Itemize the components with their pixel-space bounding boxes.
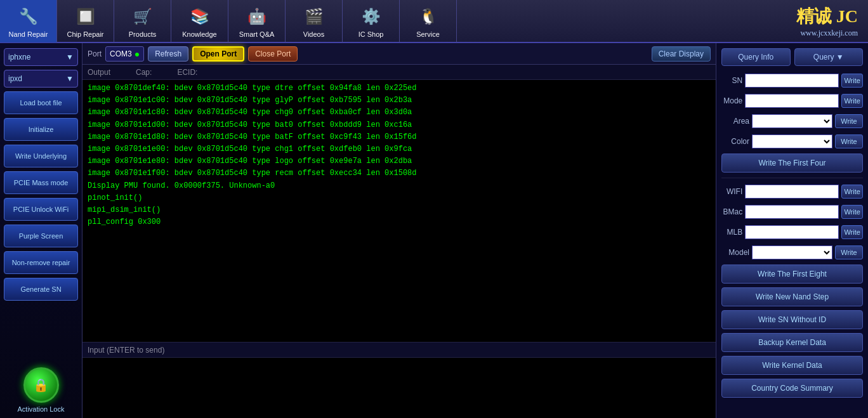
brand-cn: 精诚 JC: [796, 4, 858, 29]
write-first-four-button[interactable]: Write The First Four: [721, 153, 863, 173]
smart-qa-icon: 🤖: [244, 4, 270, 29]
output-line: image 0x8701e1c00: bdev 0x8701d5c40 type…: [88, 95, 711, 107]
videos-icon: 🎬: [301, 4, 327, 29]
service-icon: 🐧: [416, 4, 441, 29]
input-container: Input (ENTER to send): [82, 342, 716, 418]
nav-item-ic-shop[interactable]: ⚙️ IC Shop: [343, 0, 400, 42]
ecid-label: ECID:: [177, 68, 197, 77]
output-line: image 0x8701e1d00: bdev 0x8701d5c40 type…: [88, 119, 711, 131]
sidebar-btn-generate-sn[interactable]: Generate SN: [4, 278, 78, 301]
sidebar-btn-load-boot[interactable]: Load boot file: [4, 91, 78, 114]
color-select[interactable]: [752, 134, 832, 148]
sidebar-btn-pcie-mass[interactable]: PCIE Mass mode: [4, 171, 78, 194]
mlb-row: MLB Write: [721, 224, 863, 240]
output-line: image 0x8701e1f00: bdev 0x8701d5c40 type…: [88, 167, 711, 180]
model-write-button[interactable]: Write: [835, 245, 863, 259]
output-header: Output Cap: ECID:: [82, 65, 716, 80]
knowledge-icon: 📚: [187, 4, 213, 29]
activation-lock-label: Activation Lock: [18, 405, 65, 413]
main-layout: iphxne ▼ ipxd ▼ Load boot fileInitialize…: [0, 43, 868, 418]
mode-input[interactable]: [745, 94, 839, 108]
sidebar-btn-write-underlying[interactable]: Write Underlying: [4, 145, 78, 167]
output-container: Output Cap: ECID: image 0x8701def40: bde…: [82, 65, 716, 342]
write-new-nand-button[interactable]: Write New Nand Step: [721, 287, 863, 306]
open-port-button[interactable]: Open Port: [192, 46, 244, 62]
sn-write-button[interactable]: Write: [841, 74, 863, 88]
sidebar-btn-initialize[interactable]: Initialize: [4, 118, 78, 141]
nav-item-nand-repair[interactable]: 🔧 Nand Repair: [0, 0, 57, 42]
port-select[interactable]: COM3 ●: [105, 46, 144, 62]
input-header: Input (ENTER to send): [82, 343, 716, 358]
area-label: Area: [721, 117, 749, 126]
bmac-write-button[interactable]: Write: [841, 205, 863, 219]
divider-1: [721, 178, 863, 178]
output-terminal[interactable]: image 0x8701def40: bdev 0x8701d5c40 type…: [82, 80, 716, 342]
output-line: image 0x8701def40: bdev 0x8701d5c40 type…: [88, 82, 711, 95]
port-indicator: ●: [135, 49, 140, 59]
products-label: Products: [129, 30, 156, 38]
chip-repair-icon: 🔲: [73, 4, 98, 29]
color-write-button[interactable]: Write: [835, 134, 863, 148]
brand-url: www.jcxxkeji.com: [800, 29, 858, 38]
close-port-button[interactable]: Close Port: [248, 46, 298, 62]
nav-item-products[interactable]: 🛒 Products: [114, 0, 171, 42]
bmac-label: BMac: [721, 207, 742, 216]
write-sn-without-id-button[interactable]: Write SN Without ID: [721, 310, 863, 329]
output-line: image 0x8701e1e80: bdev 0x8701d5c40 type…: [88, 155, 711, 167]
device-dropdown-1[interactable]: iphxne ▼: [4, 48, 78, 66]
knowledge-label: Knowledge: [182, 30, 216, 38]
chip-repair-label: Chip Repair: [67, 30, 103, 38]
mlb-input[interactable]: [745, 225, 839, 239]
output-line: image 0x8701e1e00: bdev 0x8701d5c40 type…: [88, 143, 711, 155]
port-label: Port: [88, 49, 102, 58]
sidebar-btn-purple-screen[interactable]: Purple Screen: [4, 225, 78, 247]
output-label: Output: [88, 68, 110, 77]
query-info-button[interactable]: Query Info: [721, 48, 791, 66]
nav-item-knowledge[interactable]: 📚 Knowledge: [171, 0, 228, 42]
port-value: COM3: [110, 49, 132, 58]
clear-display-button[interactable]: Clear Display: [652, 46, 711, 62]
products-icon: 🛒: [130, 4, 155, 29]
nav-item-chip-repair[interactable]: 🔲 Chip Repair: [57, 0, 114, 42]
write-kernel-button[interactable]: Write Kernel Data: [721, 356, 863, 375]
ic-shop-icon: ⚙️: [358, 4, 384, 29]
model-select[interactable]: [752, 245, 832, 259]
cap-label: Cap:: [136, 68, 152, 77]
color-label: Color: [721, 137, 749, 146]
model-label: Model: [721, 248, 749, 257]
videos-label: Videos: [303, 30, 324, 38]
nav-item-smart-qa[interactable]: 🤖 Smart Q&A: [228, 0, 286, 42]
device-dropdown-2[interactable]: ipxd ▼: [4, 70, 78, 88]
device-dropdown-1-value: iphxne: [8, 53, 30, 62]
model-row: Model Write: [721, 244, 863, 261]
input-label: Input (ENTER to send): [88, 346, 164, 355]
toolbar: Port COM3 ● Refresh Open Port Close Port…: [82, 43, 716, 65]
backup-kernel-button[interactable]: Backup Kernel Data: [721, 333, 863, 352]
bmac-input[interactable]: [745, 205, 839, 219]
mode-label: Mode: [721, 96, 742, 105]
area-write-button[interactable]: Write: [835, 114, 863, 128]
output-line: Display PMU found. 0x0000f375. Unknown-a…: [88, 180, 711, 192]
country-code-button[interactable]: Country Code Summary: [721, 379, 863, 398]
query-button[interactable]: Query ▼: [794, 48, 864, 66]
device-dropdown-2-value: ipxd: [8, 74, 22, 83]
wifi-write-button[interactable]: Write: [841, 185, 863, 199]
write-first-eight-button[interactable]: Write The First Eight: [721, 265, 863, 284]
nav-item-videos[interactable]: 🎬 Videos: [286, 0, 343, 42]
mlb-write-button[interactable]: Write: [841, 225, 863, 239]
output-line: pll_config 0x300: [88, 216, 711, 228]
smart-qa-label: Smart Q&A: [239, 30, 275, 38]
area-select[interactable]: [752, 114, 832, 128]
nand-repair-label: Nand Repair: [9, 30, 48, 38]
left-sidebar: iphxne ▼ ipxd ▼ Load boot fileInitialize…: [0, 43, 82, 418]
sidebar-btn-non-remove[interactable]: Non-remove repair: [4, 251, 78, 274]
wifi-input[interactable]: [745, 185, 839, 199]
mode-write-button[interactable]: Write: [841, 94, 863, 108]
sidebar-btn-pcie-wifi[interactable]: PCIE Unlock WiFi: [4, 198, 78, 221]
sn-input[interactable]: [745, 74, 839, 88]
nav-item-service[interactable]: 🐧 Service: [400, 0, 457, 42]
wifi-label: WIFI: [721, 187, 742, 196]
input-textarea[interactable]: [82, 358, 716, 418]
chevron-down-icon: ▼: [66, 53, 74, 62]
refresh-button[interactable]: Refresh: [148, 46, 188, 62]
